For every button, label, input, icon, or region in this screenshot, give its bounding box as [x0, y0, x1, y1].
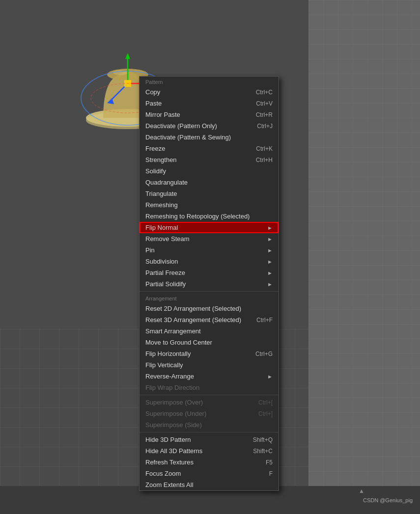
separator-1	[140, 291, 279, 292]
menu-item-deactivate-pattern[interactable]: Deactivate (Pattern Only) Ctrl+J	[140, 120, 279, 132]
separator-2	[140, 395, 279, 395]
menu-item-freeze[interactable]: Freeze Ctrl+K	[140, 143, 279, 154]
menu-item-solidify[interactable]: Solidify	[140, 165, 279, 177]
right-panel	[308, 0, 420, 486]
menu-item-hide-3d[interactable]: Hide 3D Pattern Shift+Q	[140, 434, 279, 445]
scroll-arrow-icon[interactable]: ▲	[359, 487, 364, 494]
menu-item-remeshing-retopology[interactable]: Remeshing to Retopology (Selected)	[140, 211, 279, 222]
menu-item-hide-all-3d[interactable]: Hide All 3D Patterns Shift+C	[140, 445, 279, 457]
menu-item-copy[interactable]: Copy Ctrl+C	[140, 86, 279, 98]
menu-item-reset-2d[interactable]: Reset 2D Arrangement (Selected)	[140, 303, 279, 314]
menu-item-mirror-paste[interactable]: Mirror Paste Ctrl+R	[140, 109, 279, 120]
menu-item-zoom-extents[interactable]: Zoom Extents All	[140, 479, 279, 490]
separator-3	[140, 432, 279, 433]
main-area: ▲ Pattern Copy Ctrl+C Paste Ctrl+V Mirro…	[0, 0, 420, 514]
menu-item-quadrangulate[interactable]: Quadrangulate	[140, 177, 279, 188]
menu-item-smart-arrangement[interactable]: Smart Arrangement	[140, 325, 279, 337]
menu-item-partial-freeze[interactable]: Partial Freeze ►	[140, 267, 279, 278]
menu-item-partial-solidify[interactable]: Partial Solidify ►	[140, 278, 279, 290]
section-arrangement-label: Arrangement	[140, 293, 279, 303]
menu-item-move-ground[interactable]: Move to Ground Center	[140, 337, 279, 348]
menu-item-superimpose-under: Superimpose (Under) Ctrl+]	[140, 408, 279, 419]
menu-item-remove-steam[interactable]: Remove Steam ►	[140, 233, 279, 244]
menu-item-flip-wrap: Flip Wrap Direction	[140, 382, 279, 393]
menu-item-strengthen[interactable]: Strengthen Ctrl+H	[140, 154, 279, 165]
menu-item-flip-h[interactable]: Flip Horizontally Ctrl+G	[140, 348, 279, 359]
menu-item-pin[interactable]: Pin ►	[140, 244, 279, 256]
menu-item-reverse-arrange[interactable]: Reverse-Arrange ►	[140, 371, 279, 382]
menu-item-deactivate-sewing[interactable]: Deactivate (Pattern & Sewing)	[140, 132, 279, 143]
credits: CSDN @Genius_pig	[363, 497, 413, 503]
menu-item-remeshing[interactable]: Remeshing	[140, 199, 279, 211]
menu-item-superimpose-side: Superimpose (Side)	[140, 419, 279, 431]
menu-item-flip-normal[interactable]: Flip Normal ►	[140, 222, 279, 233]
menu-item-paste[interactable]: Paste Ctrl+V	[140, 98, 279, 109]
menu-item-triangulate[interactable]: Triangulate	[140, 188, 279, 199]
menu-item-superimpose-over: Superimpose (Over) Ctrl+[	[140, 397, 279, 408]
menu-item-refresh-textures[interactable]: Refresh Textures F5	[140, 457, 279, 468]
menu-item-reset-3d[interactable]: Reset 3D Arrangement (Selected) Ctrl+F	[140, 314, 279, 325]
svg-marker-6	[125, 53, 130, 59]
context-menu: Pattern Copy Ctrl+C Paste Ctrl+V Mirror …	[139, 76, 279, 491]
menu-item-focus-zoom[interactable]: Focus Zoom F	[140, 468, 279, 479]
menu-item-flip-v[interactable]: Flip Vertically	[140, 359, 279, 371]
menu-item-subdivision[interactable]: Subdivision ►	[140, 256, 279, 267]
section-pattern-label: Pattern	[140, 77, 279, 86]
